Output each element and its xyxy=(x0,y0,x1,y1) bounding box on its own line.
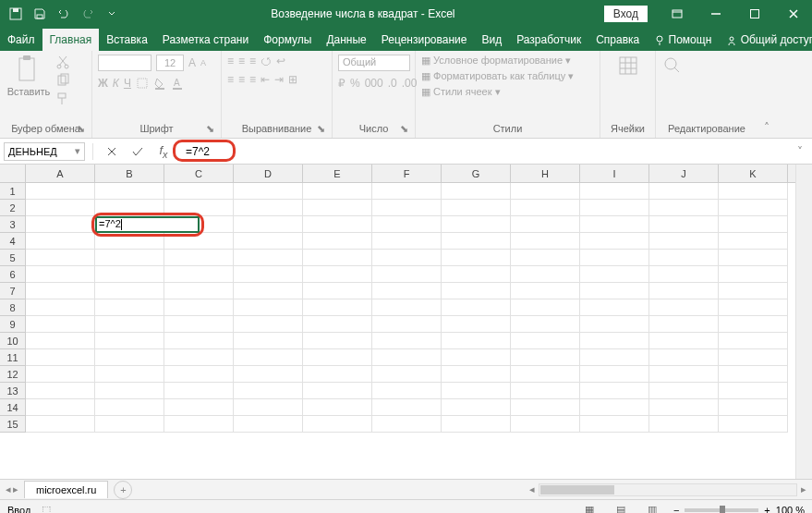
cell[interactable] xyxy=(649,299,719,316)
cell[interactable] xyxy=(303,200,372,216)
cell[interactable] xyxy=(511,399,580,416)
minimize-icon[interactable] xyxy=(697,0,734,28)
row-8[interactable]: 8 xyxy=(0,299,25,316)
cell[interactable] xyxy=(511,333,580,349)
cell[interactable] xyxy=(95,316,164,333)
cell[interactable] xyxy=(372,283,442,299)
cell[interactable] xyxy=(95,183,164,200)
cell[interactable] xyxy=(164,250,234,266)
cell[interactable] xyxy=(511,299,580,316)
align-bottom-icon[interactable]: ≡ xyxy=(249,55,256,67)
italic-button[interactable]: К xyxy=(113,77,119,90)
cell[interactable] xyxy=(442,250,511,266)
cell[interactable] xyxy=(649,366,719,383)
cell[interactable] xyxy=(234,316,303,333)
tab-data[interactable]: Данные xyxy=(319,29,373,51)
cell[interactable] xyxy=(511,366,580,383)
row-1[interactable]: 1 xyxy=(0,183,25,200)
cell[interactable] xyxy=(649,383,719,399)
col-E[interactable]: E xyxy=(303,165,372,182)
cell[interactable] xyxy=(372,266,442,283)
cell[interactable] xyxy=(26,183,95,200)
col-K[interactable]: K xyxy=(719,165,788,182)
cell[interactable] xyxy=(580,216,649,233)
row-13[interactable]: 13 xyxy=(0,383,25,399)
cell[interactable] xyxy=(719,316,788,333)
row-2[interactable]: 2 xyxy=(0,200,25,216)
cell[interactable] xyxy=(234,183,303,200)
align-top-icon[interactable]: ≡ xyxy=(227,55,234,67)
align-center-icon[interactable]: ≡ xyxy=(238,73,245,86)
align-middle-icon[interactable]: ≡ xyxy=(238,55,245,67)
cell[interactable] xyxy=(164,200,234,216)
cell[interactable] xyxy=(580,200,649,216)
cell[interactable] xyxy=(719,399,788,416)
cell[interactable] xyxy=(442,399,511,416)
cell[interactable] xyxy=(511,383,580,399)
cell[interactable] xyxy=(372,200,442,216)
cell[interactable] xyxy=(511,250,580,266)
wrap-text-icon[interactable]: ↩ xyxy=(276,55,285,67)
tab-share[interactable]: Общий доступ xyxy=(719,29,812,51)
cell[interactable] xyxy=(511,233,580,250)
cell[interactable] xyxy=(580,183,649,200)
cell[interactable] xyxy=(26,200,95,216)
comma-icon[interactable]: 000 xyxy=(365,77,383,90)
cell-styles-button[interactable]: ▦ Стили ячеек ▾ xyxy=(421,86,501,98)
cell[interactable] xyxy=(719,333,788,349)
cell[interactable] xyxy=(511,183,580,200)
cell[interactable] xyxy=(649,416,719,433)
bold-button[interactable]: Ж xyxy=(98,77,108,90)
font-size-dropdown[interactable]: 12 xyxy=(156,55,184,71)
sheet-nav-next-icon[interactable]: ▸ xyxy=(13,483,18,495)
cell[interactable] xyxy=(234,416,303,433)
cell[interactable] xyxy=(372,216,442,233)
cell[interactable] xyxy=(303,250,372,266)
increase-font-icon[interactable]: A xyxy=(188,56,196,69)
font-color-icon[interactable]: A xyxy=(171,77,184,90)
cell[interactable] xyxy=(26,250,95,266)
clipboard-launcher-icon[interactable]: ⬊ xyxy=(75,123,86,134)
normal-view-icon[interactable]: ▦ xyxy=(579,503,600,514)
page-layout-view-icon[interactable]: ▤ xyxy=(611,503,631,514)
cell[interactable] xyxy=(26,416,95,433)
cell[interactable] xyxy=(234,299,303,316)
cell[interactable] xyxy=(580,299,649,316)
name-box[interactable]: ДЕНЬНЕД▾ xyxy=(4,142,85,161)
cell[interactable] xyxy=(649,216,719,233)
cell[interactable] xyxy=(95,383,164,399)
orientation-icon[interactable]: ⭯ xyxy=(261,55,272,67)
paste-button[interactable]: Вставить xyxy=(6,55,52,97)
cell[interactable] xyxy=(95,349,164,366)
cell[interactable] xyxy=(26,399,95,416)
save-icon[interactable] xyxy=(30,4,50,24)
cell[interactable] xyxy=(164,366,234,383)
cell[interactable] xyxy=(372,183,442,200)
login-button[interactable]: Вход xyxy=(604,6,648,22)
cell[interactable] xyxy=(95,299,164,316)
cell[interactable] xyxy=(442,349,511,366)
cell[interactable] xyxy=(234,366,303,383)
cell[interactable] xyxy=(95,266,164,283)
tab-view[interactable]: Вид xyxy=(474,29,509,51)
row-7[interactable]: 7 xyxy=(0,283,25,299)
cell[interactable] xyxy=(372,333,442,349)
cell[interactable] xyxy=(164,349,234,366)
cell[interactable] xyxy=(95,283,164,299)
cell[interactable] xyxy=(26,216,95,233)
sheet-tab-active[interactable]: microexcel.ru xyxy=(24,481,108,498)
cell[interactable] xyxy=(580,383,649,399)
formula-input[interactable]: =7^2 xyxy=(178,143,788,160)
alignment-launcher-icon[interactable]: ⬊ xyxy=(315,123,326,134)
redo-icon[interactable] xyxy=(78,4,98,24)
align-right-icon[interactable]: ≡ xyxy=(249,73,256,86)
cell[interactable] xyxy=(372,316,442,333)
cell[interactable] xyxy=(303,316,372,333)
cell[interactable] xyxy=(719,366,788,383)
tab-tellme[interactable]: Помощн xyxy=(647,29,719,51)
tab-help[interactable]: Справка xyxy=(588,29,647,51)
cell[interactable] xyxy=(26,316,95,333)
row-5[interactable]: 5 xyxy=(0,250,25,266)
row-4[interactable]: 4 xyxy=(0,233,25,250)
cell[interactable] xyxy=(442,366,511,383)
